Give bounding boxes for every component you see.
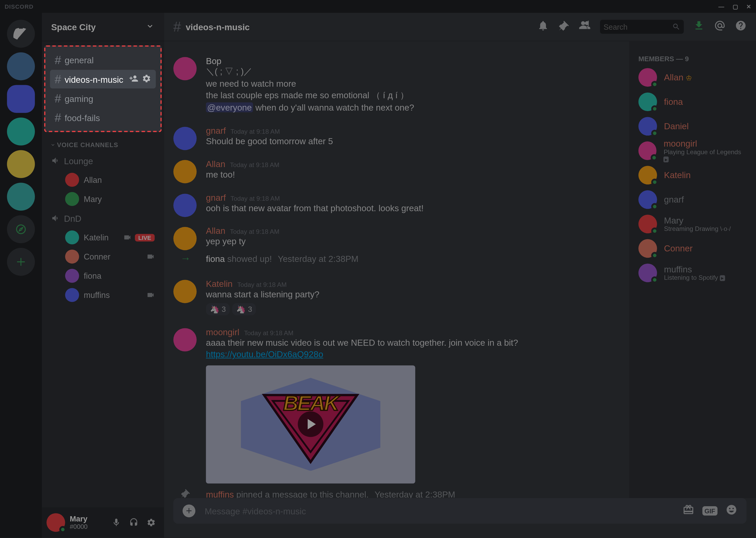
search-input[interactable]	[603, 22, 672, 31]
deafen-button[interactable]	[125, 514, 142, 531]
message-avatar[interactable]	[173, 328, 197, 351]
member-item[interactable]: MaryStreaming Drawing \·o·/	[634, 212, 751, 236]
voice-channel-DnD[interactable]: DnD	[46, 209, 159, 228]
status-indicator	[651, 154, 658, 161]
search-icon	[672, 22, 681, 31]
member-item[interactable]: fiona	[634, 89, 751, 114]
help-button[interactable]	[735, 20, 746, 34]
message-avatar[interactable]	[173, 280, 197, 303]
mute-button[interactable]	[108, 514, 124, 531]
message-avatar[interactable]	[173, 57, 197, 81]
system-message: → fiona showed up! Yesterday at 2:38PM	[164, 249, 629, 268]
explore-servers-button[interactable]	[7, 215, 35, 243]
invite-icon[interactable]	[129, 74, 138, 84]
voice-channels-category[interactable]: VOICE CHANNELS	[42, 132, 164, 151]
message-content: me too!	[206, 169, 620, 181]
window-controls: — ▢ ✕	[719, 3, 751, 10]
server-icon-active[interactable]	[7, 85, 35, 113]
add-attachment-button[interactable]: +	[183, 504, 196, 517]
member-name: gnarf	[664, 195, 684, 204]
pinned-messages-button[interactable]	[558, 20, 570, 34]
message-avatar[interactable]	[173, 227, 197, 250]
message-author[interactable]: muffins	[206, 489, 234, 498]
message-timestamp: Today at 9:18 AM	[230, 161, 279, 168]
message-author[interactable]: gnarf	[206, 192, 226, 202]
home-button[interactable]	[7, 20, 35, 48]
mention[interactable]: @everyone	[206, 102, 253, 112]
server-icon[interactable]	[7, 183, 35, 211]
voice-user[interactable]: KatelinLIVE	[46, 228, 159, 247]
message-author[interactable]: Allan	[206, 226, 225, 236]
gif-button[interactable]: GIF	[702, 506, 717, 515]
text-channels-highlight: # general # videos-n-music # gaming # fo…	[44, 45, 162, 132]
message-content: Should be good tomorrow after 5	[206, 135, 620, 147]
text-channel-general[interactable]: # general	[50, 51, 156, 69]
gear-icon[interactable]	[142, 74, 151, 84]
channel-name: gaming	[65, 93, 151, 103]
message-author[interactable]: gnarf	[206, 125, 226, 135]
channel-name: food-fails	[65, 113, 151, 123]
message-timestamp: Today at 9:18 AM	[244, 329, 293, 336]
member-avatar	[638, 166, 657, 185]
emoji-button[interactable]	[726, 504, 737, 518]
member-item[interactable]: Conner	[634, 236, 751, 261]
member-item[interactable]: Daniel	[634, 114, 751, 138]
voice-channel-Lounge[interactable]: Lounge	[46, 151, 159, 170]
member-avatar	[638, 239, 657, 258]
chat-header: # videos-n-music	[164, 13, 756, 41]
message-input[interactable]: + Message #videos-n-music GIF	[173, 498, 746, 523]
add-server-button[interactable]	[7, 248, 35, 276]
text-channel-gaming[interactable]: # gaming	[50, 89, 156, 108]
reaction[interactable]: 🦄3	[206, 303, 230, 315]
message-author[interactable]: moongirl	[206, 327, 239, 337]
server-list	[0, 13, 42, 538]
video-embed[interactable]: BEAK	[206, 365, 415, 484]
text-channel-food-fails[interactable]: # food-fails	[50, 108, 156, 127]
server-icon[interactable]	[7, 52, 35, 80]
member-item[interactable]: Allan♔	[634, 65, 751, 89]
message-avatar[interactable]	[173, 127, 197, 150]
reaction[interactable]: 🦄3	[232, 303, 256, 315]
at-icon	[714, 20, 726, 31]
minimize-icon[interactable]: —	[719, 3, 725, 10]
avatar	[65, 269, 79, 283]
close-icon[interactable]: ✕	[746, 3, 751, 10]
voice-user[interactable]: Conner	[46, 247, 159, 266]
status-indicator	[651, 105, 658, 112]
maximize-icon[interactable]: ▢	[732, 3, 738, 10]
message: KatelinToday at 9:18 AM wanna start a li…	[164, 278, 629, 317]
voice-user[interactable]: fiona	[46, 266, 159, 285]
text-channel-videos-n-music[interactable]: # videos-n-music	[50, 70, 156, 88]
message-avatar[interactable]	[173, 193, 197, 217]
status-indicator	[651, 203, 658, 210]
member-item[interactable]: gnarf	[634, 187, 751, 212]
message-author[interactable]: Allan	[206, 159, 225, 169]
server-icon[interactable]	[7, 150, 35, 178]
user-settings-button[interactable]	[143, 514, 159, 531]
microphone-icon	[112, 518, 121, 527]
channel-list: # general # videos-n-music # gaming # fo…	[42, 41, 164, 507]
message-author[interactable]: fiona	[206, 254, 225, 264]
gift-button[interactable]	[683, 504, 694, 518]
link[interactable]: https://youtu.be/OiDx6aQ928o	[206, 350, 323, 359]
member-list-button[interactable]	[579, 20, 591, 34]
voice-user[interactable]: Mary	[46, 190, 159, 208]
mentions-button[interactable]	[714, 20, 726, 34]
member-item[interactable]: muffinsListening to Spotify ▸	[634, 261, 751, 285]
video-icon	[123, 233, 131, 242]
server-icon[interactable]	[7, 117, 35, 145]
channel-title: videos-n-music	[186, 22, 533, 32]
member-item[interactable]: Katelin	[634, 163, 751, 187]
message-author[interactable]: Bop	[206, 56, 221, 66]
message-avatar[interactable]	[173, 160, 197, 183]
message-author[interactable]: Katelin	[206, 279, 233, 289]
search-box[interactable]	[600, 20, 684, 34]
user-avatar[interactable]	[46, 513, 65, 532]
inbox-button[interactable]	[693, 20, 705, 34]
server-header[interactable]: Space City	[42, 13, 164, 41]
notifications-button[interactable]	[537, 20, 549, 34]
voice-user[interactable]: muffins	[46, 286, 159, 304]
voice-user[interactable]: Allan	[46, 171, 159, 189]
user-info[interactable]: Mary #0000	[70, 515, 103, 530]
member-item[interactable]: moongirlPlaying League of Legends ▸	[634, 138, 751, 163]
